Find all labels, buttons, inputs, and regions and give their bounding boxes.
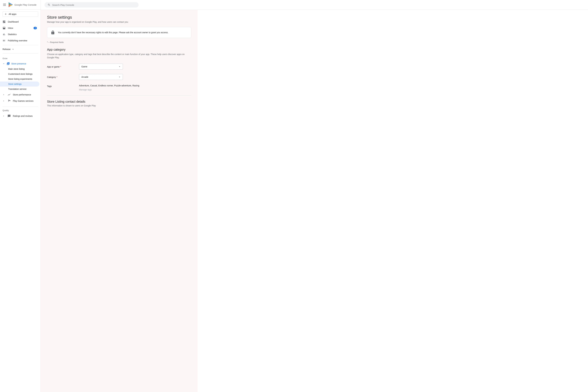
- play-games-services-label: Play Games services: [13, 100, 34, 102]
- category-row: Category * Arcade Action Adventure Puzzl…: [47, 74, 191, 80]
- sidebar-item-store-performance[interactable]: Store performance: [0, 92, 39, 98]
- app-or-game-row: App or game * Game App: [47, 64, 191, 70]
- main-store-listing-label: Main store listing: [8, 68, 24, 70]
- app-category-subtitle: Choose an application type, category and…: [47, 53, 191, 59]
- all-apps-button[interactable]: All apps: [2, 12, 38, 17]
- app-or-game-field: Game App: [79, 64, 136, 70]
- category-select-wrapper: Arcade Action Adventure Puzzle Racing: [79, 74, 123, 80]
- store-presence-subnav: Main store listing Customised store list…: [0, 66, 40, 92]
- search-input[interactable]: [52, 4, 136, 6]
- sidebar-item-store-settings[interactable]: Store settings: [0, 82, 39, 86]
- chevron-down-icon: [2, 62, 5, 65]
- inbox-label: Inbox: [8, 27, 13, 29]
- tags-row: Tags Adventure, Casual, Endless runner, …: [47, 84, 191, 91]
- search-icon: [48, 4, 50, 6]
- store-listing-experiments-label: Store listing experiments: [8, 78, 32, 80]
- tags-label: Tags: [47, 84, 75, 88]
- sidebar-item-customised-store-listings[interactable]: Customised store listings: [0, 72, 39, 76]
- app-or-game-select[interactable]: Game App: [79, 64, 123, 70]
- lock-icon: [50, 30, 55, 35]
- ratings-and-reviews-label: Ratings and reviews: [13, 115, 32, 117]
- nav-divider-1: [2, 45, 38, 45]
- inbox-badge: 4: [34, 27, 37, 29]
- page-title: Store settings: [47, 15, 191, 20]
- ratings-icon: [8, 114, 11, 118]
- permission-alert-box: You currently don't have the necessary r…: [47, 27, 191, 38]
- dashboard-label: Dashboard: [8, 20, 19, 23]
- main-content: Store settings Manage how your app is or…: [41, 0, 588, 392]
- tags-value: Adventure, Casual, Endless runner, Puzzl…: [79, 84, 191, 87]
- release-label: Release: [2, 48, 10, 50]
- required-star-2: *: [56, 76, 57, 78]
- search-bar[interactable]: [44, 2, 138, 8]
- required-fields-note: * – Required fields: [47, 41, 191, 44]
- app-category-title: App category: [47, 48, 191, 52]
- sidebar-header: Google Play Google Play ConsoleConsole: [0, 0, 40, 10]
- play-games-expand-icon: [2, 100, 5, 102]
- quality-section-label: Quality: [0, 108, 40, 113]
- store-settings-label: Store settings: [8, 83, 22, 85]
- grow-section: Grow Store presence Main store listing C…: [0, 55, 40, 105]
- sidebar-item-inbox[interactable]: Inbox 4: [0, 25, 39, 31]
- release-chevron-down-icon: [12, 48, 14, 50]
- store-listing-contact-subtitle: This information is shown to users on Go…: [47, 104, 191, 107]
- play-games-icon: [8, 99, 11, 102]
- ratings-expand-icon: [2, 115, 5, 117]
- store-performance-expand-icon: [2, 94, 5, 96]
- customised-store-listings-label: Customised store listings: [8, 73, 32, 75]
- sidebar-item-play-games-services[interactable]: Play Games services: [0, 98, 39, 104]
- statistics-label: Statistics: [8, 33, 16, 36]
- translation-service-label: Translation service: [8, 88, 26, 90]
- required-star-1: *: [60, 66, 61, 68]
- store-performance-icon: [8, 93, 11, 96]
- sidebar-item-ratings-and-reviews[interactable]: Ratings and reviews: [0, 113, 39, 119]
- statistics-icon: [2, 33, 6, 36]
- topbar: [41, 0, 588, 10]
- logo-container: Google Play Google Play ConsoleConsole: [8, 2, 36, 7]
- category-label: Category *: [47, 74, 75, 78]
- sidebar-item-store-listing-experiments[interactable]: Store listing experiments: [0, 76, 39, 82]
- store-presence-label: Store presence: [11, 62, 26, 65]
- app-or-game-label: App or game *: [47, 64, 75, 68]
- publishing-icon: [2, 39, 6, 42]
- back-arrow-icon: [4, 13, 7, 15]
- nav-divider-2: [2, 53, 38, 54]
- store-presence-collapse-icon: [2, 62, 5, 65]
- section-divider: [47, 95, 191, 96]
- publishing-overview-label: Publishing overview: [8, 39, 27, 42]
- store-performance-label: Store performance: [13, 94, 31, 96]
- store-listing-contact-title: Store Listing contact details: [47, 100, 191, 104]
- sidebar-item-statistics[interactable]: Statistics: [0, 31, 39, 38]
- category-field: Arcade Action Adventure Puzzle Racing: [79, 74, 136, 80]
- sidebar-item-translation-service[interactable]: Translation service: [0, 86, 39, 92]
- sidebar: Google Play Google Play ConsoleConsole A…: [0, 0, 41, 392]
- tags-content: Adventure, Casual, Endless runner, Puzzl…: [79, 84, 191, 91]
- page-content: Store settings Manage how your app is or…: [41, 10, 198, 392]
- sidebar-item-publishing-overview[interactable]: Publishing overview: [0, 38, 39, 44]
- sidebar-item-store-presence[interactable]: Store presence: [0, 61, 40, 66]
- alert-text: You currently don't have the necessary r…: [58, 31, 168, 34]
- hamburger-icon[interactable]: [2, 3, 6, 6]
- inbox-icon: [2, 26, 6, 30]
- page-subtitle: Manage how your app is organised on Goog…: [47, 21, 191, 23]
- release-section-toggle[interactable]: Release: [0, 46, 40, 52]
- sidebar-item-main-store-listing[interactable]: Main store listing: [0, 66, 39, 72]
- nav-divider-3: [2, 106, 38, 107]
- grow-label: Grow: [0, 56, 40, 61]
- app-name-label: Google Play Google Play ConsoleConsole: [14, 4, 36, 6]
- store-presence-icon: [6, 62, 10, 65]
- google-play-logo-icon: [8, 2, 13, 7]
- manage-tags-link[interactable]: Manage tags: [79, 88, 191, 91]
- all-apps-label: All apps: [8, 13, 16, 15]
- app-or-game-select-wrapper: Game App: [79, 64, 123, 70]
- dashboard-icon: [2, 20, 6, 23]
- sidebar-item-dashboard[interactable]: Dashboard: [0, 19, 39, 25]
- category-select[interactable]: Arcade Action Adventure Puzzle Racing: [79, 74, 123, 80]
